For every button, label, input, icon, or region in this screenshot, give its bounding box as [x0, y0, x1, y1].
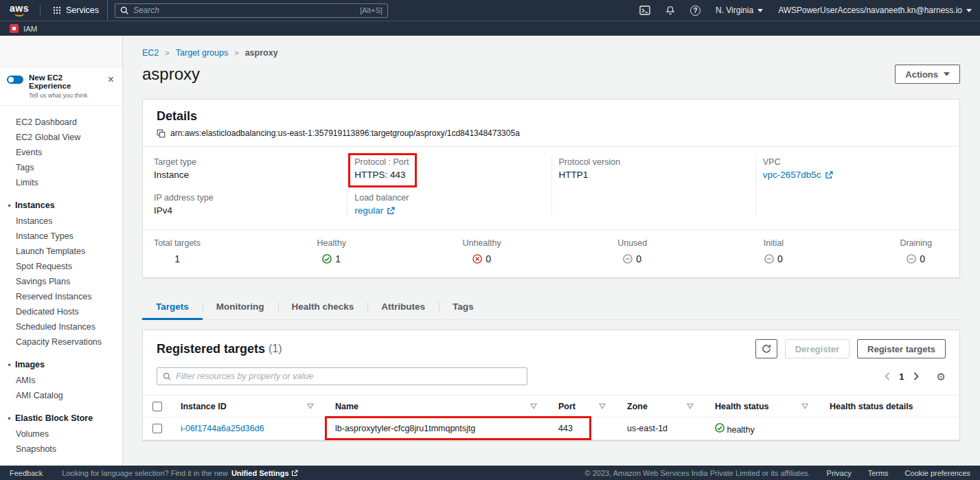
section-caret-icon: ▼	[7, 203, 12, 208]
details-column-3: Protocol version HTTP1	[551, 157, 755, 216]
column-filter-icon[interactable]	[801, 403, 808, 409]
table-header-row: Instance ID Name Port Zone	[143, 396, 959, 418]
experience-subtitle: Tell us what you think	[29, 92, 100, 99]
header-label: Instance ID	[181, 402, 227, 411]
sidebar-section-instances[interactable]: ▼ Instances	[0, 197, 122, 214]
field-label: Load balancer	[354, 193, 409, 203]
header-zone[interactable]: Zone	[618, 402, 706, 411]
caret-down-icon	[944, 72, 950, 76]
terms-link[interactable]: Terms	[868, 469, 889, 477]
header-name[interactable]: Name	[326, 402, 549, 411]
sidebar-item-launch-templates[interactable]: Launch Templates	[0, 244, 122, 259]
iam-service-icon	[10, 24, 19, 33]
notifications-bell-icon[interactable]	[665, 5, 675, 15]
sidebar-item-capacity-reservations[interactable]: Capacity Reservations	[0, 334, 122, 350]
sidebar-item-savings-plans[interactable]: Savings Plans	[0, 274, 122, 289]
column-filter-icon[interactable]	[307, 403, 314, 409]
registered-targets-card: Registered targets (1) Deregister Regist…	[142, 330, 960, 441]
sidebar-item-ec2-global-view[interactable]: EC2 Global View	[0, 130, 122, 145]
breadcrumb-target-groups[interactable]: Target groups	[176, 48, 228, 58]
sidebar-item-tags[interactable]: Tags	[0, 160, 122, 175]
field-ip-address-type: IP address type IPv4	[154, 193, 214, 216]
column-filter-icon[interactable]	[687, 403, 694, 409]
cloudshell-icon[interactable]	[639, 5, 650, 15]
favorite-iam-link[interactable]: IAM	[23, 25, 37, 33]
sidebar-item-snapshots[interactable]: Snapshots	[0, 442, 122, 457]
tab-health-checks[interactable]: Health checks	[278, 297, 368, 320]
header-instance-id[interactable]: Instance ID	[172, 402, 326, 411]
section-caret-icon: ▼	[7, 363, 12, 367]
sidebar-item-limits[interactable]: Limits	[0, 175, 122, 190]
actions-button[interactable]: Actions	[895, 65, 960, 84]
register-targets-label: Register targets	[867, 344, 935, 354]
sidebar-section-images[interactable]: ▼ Images	[0, 356, 122, 373]
sidebar-item-reserved-instances[interactable]: Reserved Instances	[0, 289, 122, 304]
column-filter-icon[interactable]	[530, 403, 537, 409]
tab-monitoring[interactable]: Monitoring	[203, 297, 278, 320]
header-port[interactable]: Port	[549, 402, 618, 411]
filter-row: 1 ⚙	[143, 365, 959, 395]
sidebar-item-instances[interactable]: Instances	[0, 214, 122, 229]
tab-targets[interactable]: Targets	[142, 297, 203, 320]
feedback-link[interactable]: Feedback	[10, 469, 43, 477]
page-number[interactable]: 1	[899, 372, 904, 382]
region-selector[interactable]: N. Virginia	[716, 5, 763, 15]
experience-toggle-switch[interactable]	[7, 76, 23, 84]
account-menu[interactable]: AWSPowerUserAccess/navaneeth.kn@harness.…	[778, 5, 972, 15]
language-prompt-text: Looking for language selection? Find it …	[62, 469, 228, 477]
stat-draining: Draining 0	[900, 238, 932, 264]
external-link-icon[interactable]	[387, 207, 395, 215]
deregister-button[interactable]: Deregister	[785, 339, 850, 358]
tab-tags[interactable]: Tags	[439, 297, 488, 320]
privacy-link[interactable]: Privacy	[827, 469, 852, 477]
sidebar-item-spot-requests[interactable]: Spot Requests	[0, 259, 122, 274]
external-link-icon[interactable]	[825, 171, 833, 179]
sidebar-item-scheduled-instances[interactable]: Scheduled Instances	[0, 319, 122, 334]
sidebar-item-events[interactable]: Events	[0, 145, 122, 160]
registered-targets-header: Registered targets (1) Deregister Regist…	[143, 330, 959, 365]
previous-page-icon[interactable]	[885, 372, 890, 380]
row-checkbox[interactable]	[152, 424, 162, 433]
filter-box[interactable]	[157, 367, 527, 385]
register-targets-button[interactable]: Register targets	[857, 339, 946, 358]
select-all-checkbox[interactable]	[152, 402, 162, 411]
cookie-preferences-link[interactable]: Cookie preferences	[905, 469, 970, 477]
section-caret-icon: ▼	[7, 416, 12, 421]
copy-icon[interactable]	[157, 129, 166, 138]
sidebar-item-instance-types[interactable]: Instance Types	[0, 229, 122, 244]
experience-title: New EC2 Experience	[29, 73, 100, 90]
services-label: Services	[66, 5, 99, 15]
sidebar-item-dedicated-hosts[interactable]: Dedicated Hosts	[0, 304, 122, 319]
sidebar-item-amis[interactable]: AMIs	[0, 373, 122, 388]
global-search[interactable]: [Alt+S]	[115, 3, 388, 18]
unified-settings-link[interactable]: Unified Settings	[231, 469, 298, 477]
next-page-icon[interactable]	[913, 372, 919, 380]
instance-id-link[interactable]: i-06f1744a6a25d36d6	[181, 424, 264, 433]
stat-value: 0	[920, 253, 925, 264]
tab-attributes[interactable]: Attributes	[367, 297, 439, 320]
sidebar-item-ami-catalog[interactable]: AMI Catalog	[0, 388, 122, 403]
search-input[interactable]	[133, 5, 355, 15]
settings-gear-icon[interactable]: ⚙	[937, 372, 946, 382]
field-label: IP address type	[154, 193, 214, 203]
aws-logo[interactable]: aws	[8, 4, 36, 16]
services-menu[interactable]: Services	[45, 0, 108, 21]
header-label: Health status	[715, 402, 769, 411]
field-load-balancer: Load balancer regular	[354, 193, 409, 216]
header-health-status[interactable]: Health status	[706, 402, 821, 411]
table-row[interactable]: i-06f1744a6a25d36d6 lb-asproxytyler-cfcg…	[143, 418, 959, 440]
sidebar-item-ec2-dashboard[interactable]: EC2 Dashboard	[0, 115, 122, 130]
help-icon[interactable]: ?	[690, 5, 700, 16]
breadcrumb-ec2[interactable]: EC2	[142, 48, 159, 58]
sidebar-section-elastic-block-store[interactable]: ▼ Elastic Block Store	[0, 410, 122, 426]
vpc-link[interactable]: vpc-2657db5c	[763, 170, 821, 180]
column-filter-icon[interactable]	[599, 403, 606, 409]
header-health-status-details[interactable]: Health status details	[821, 402, 959, 411]
close-icon[interactable]: ×	[105, 73, 117, 86]
refresh-button[interactable]	[755, 339, 777, 358]
sidebar-item-volumes[interactable]: Volumes	[0, 426, 122, 442]
load-balancer-link[interactable]: regular	[354, 205, 383, 216]
filter-input[interactable]	[176, 372, 521, 381]
check-circle-icon	[715, 423, 725, 433]
header-label: Name	[335, 402, 358, 411]
